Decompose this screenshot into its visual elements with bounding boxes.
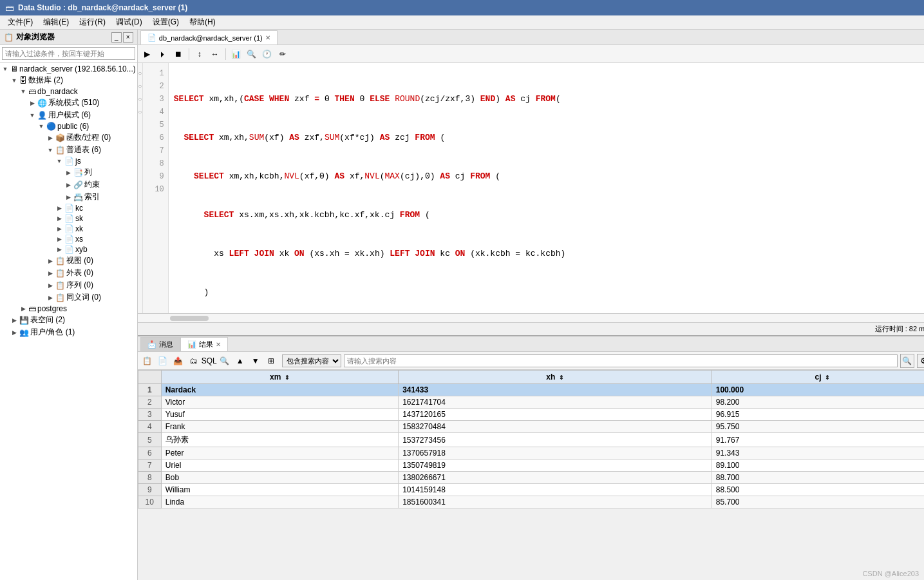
tree-node-xs[interactable]: ▶ 📄 xs	[1, 234, 136, 244]
toggle-kc[interactable]: ▶	[55, 204, 63, 212]
sql-editor[interactable]: ○ ○ ○ ○ 1 2 3 4 5 6	[138, 63, 924, 313]
results-table-wrap[interactable]: xm ⇕ xh ⇕ cj ⇕	[138, 370, 924, 580]
results-sql-btn[interactable]: SQL	[202, 354, 216, 368]
toggle-constraints[interactable]: ▶	[64, 181, 72, 189]
toggle-roles[interactable]: ▶	[10, 329, 18, 336]
toggle-functions[interactable]: ▶	[46, 134, 54, 142]
search-content-input[interactable]	[344, 354, 898, 367]
object-search-input[interactable]	[2, 47, 135, 60]
toggle-columns[interactable]: ▶	[64, 169, 72, 177]
panel-close-btn[interactable]: ×	[123, 32, 133, 43]
table-row[interactable]: 5 乌孙素 1537273456 91.767	[138, 433, 924, 447]
tree-node-server[interactable]: ▼ 🖥 nardack_server (192.168.56.10...)	[1, 64, 136, 74]
tree-node-public[interactable]: ▼ 🔵 public (6)	[1, 121, 136, 131]
sql-text-area[interactable]: SELECT xm,xh,(CASE WHEN zxf = 0 THEN 0 E…	[169, 63, 924, 313]
toggle-foreign-tables[interactable]: ▶	[46, 269, 54, 277]
editor-tab-main[interactable]: 📄 db_nardack@nardack_server (1) ✕	[140, 30, 278, 44]
toggle-databases[interactable]: ▼	[10, 77, 18, 84]
toggle-indexes[interactable]: ▶	[64, 193, 72, 201]
format-btn[interactable]: ↕	[193, 47, 207, 61]
toggle-views[interactable]: ▶	[46, 257, 54, 265]
toggle-xk[interactable]: ▶	[55, 225, 63, 233]
search-filter-select[interactable]: 包含搜索内容精确匹配正则表达式	[282, 354, 341, 367]
toggle-sequences[interactable]: ▶	[46, 282, 54, 289]
table-row[interactable]: 8 Bob 1380266671 88.700	[138, 472, 924, 484]
analyze-btn[interactable]: 🔍	[245, 47, 259, 61]
table-row[interactable]: 10 Linda 1851600341 85.700	[138, 496, 924, 508]
toggle-db[interactable]: ▼	[19, 88, 27, 95]
results-table-btn[interactable]: ⊞	[264, 354, 278, 368]
tree-node-views[interactable]: ▶ 📋 视图 (0)	[1, 255, 136, 267]
toggle-user-schemas[interactable]: ▼	[28, 111, 36, 119]
menu-debug[interactable]: 调试(D)	[111, 15, 147, 29]
toggle-synonyms[interactable]: ▶	[46, 294, 54, 302]
tree-node-indexes[interactable]: ▶ 📇 索引	[1, 191, 136, 203]
results-copy-btn[interactable]: 📋	[140, 354, 155, 368]
tree-node-functions[interactable]: ▶ 📦 函数/过程 (0)	[1, 131, 136, 144]
menu-help[interactable]: 帮助(H)	[184, 15, 221, 29]
editor-hscroll[interactable]	[138, 313, 924, 322]
tree-node-xyb[interactable]: ▶ 📄 xyb	[1, 244, 136, 255]
toggle-xs[interactable]: ▶	[55, 235, 63, 243]
toggle-public[interactable]: ▼	[37, 122, 45, 130]
results-close-btn[interactable]: ✕	[216, 341, 221, 348]
results-search-btn[interactable]: 🔍	[218, 354, 232, 368]
stop-btn[interactable]: ⏹	[171, 47, 185, 61]
th-cj[interactable]: cj ⇕	[712, 371, 924, 384]
run-current-btn[interactable]: ⏵	[156, 47, 170, 61]
run-btn[interactable]: ▶	[140, 47, 155, 61]
tree-node-tables[interactable]: ▼ 📋 普通表 (6)	[1, 144, 136, 156]
table-row[interactable]: 7 Uriel 1350749819 89.100	[138, 459, 924, 472]
toggle-js[interactable]: ▼	[55, 157, 63, 165]
panel-minimize-btn[interactable]: _	[111, 32, 122, 43]
tree-node-system-schemas[interactable]: ▶ 🌐 系统模式 (510)	[1, 97, 136, 109]
tree-node-columns[interactable]: ▶ 📑 列	[1, 166, 136, 179]
toggle-sk[interactable]: ▶	[55, 215, 63, 222]
table-row[interactable]: 1 Nardack 341433 100.000	[138, 384, 924, 396]
tree-node-js[interactable]: ▼ 📄 js	[1, 156, 136, 166]
tree-node-foreign-tables[interactable]: ▶ 📋 外表 (0)	[1, 267, 136, 279]
results-down-btn[interactable]: ▼	[249, 354, 263, 368]
toggle-server[interactable]: ▼	[1, 65, 9, 73]
hscroll-thumb[interactable]	[170, 316, 209, 321]
toggle-postgres[interactable]: ▶	[19, 305, 27, 313]
tree-node-databases[interactable]: ▼ 🗄 数据库 (2)	[1, 74, 136, 86]
tree-node-db[interactable]: ▼ 🗃 db_nardack	[1, 86, 136, 97]
toggle-tables[interactable]: ▼	[46, 146, 54, 154]
tree-node-constraints[interactable]: ▶ 🔗 约束	[1, 179, 136, 191]
menu-file[interactable]: 文件(F)	[3, 15, 38, 29]
format2-btn[interactable]: ↔	[208, 47, 222, 61]
search-settings-btn[interactable]: ⚙	[917, 354, 924, 368]
tab-close-btn[interactable]: ✕	[265, 34, 270, 41]
table-row[interactable]: 2 Victor 1621741704 98.200	[138, 396, 924, 409]
menu-settings[interactable]: 设置(G)	[147, 15, 184, 29]
tab-results[interactable]: 📊 结果 ✕	[180, 337, 228, 351]
table-row[interactable]: 3 Yusuf 1437120165 96.915	[138, 409, 924, 421]
tab-messages[interactable]: 📩 消息	[140, 337, 180, 351]
explain-btn[interactable]: 📊	[229, 47, 243, 61]
search-go-btn[interactable]: 🔍	[900, 354, 914, 368]
tree-node-synonyms[interactable]: ▶ 📋 同义词 (0)	[1, 291, 136, 304]
tree-node-user-schemas[interactable]: ▼ 👤 用户模式 (6)	[1, 109, 136, 121]
results-up-btn[interactable]: ▲	[233, 354, 247, 368]
edit-btn[interactable]: ✏	[276, 47, 290, 61]
toggle-tablespaces[interactable]: ▶	[10, 316, 18, 324]
tree-node-sequences[interactable]: ▶ 📋 序列 (0)	[1, 279, 136, 291]
tree-node-tablespaces[interactable]: ▶ 💾 表空间 (2)	[1, 314, 136, 326]
tree-node-kc[interactable]: ▶ 📄 kc	[1, 203, 136, 213]
toggle-system-schemas[interactable]: ▶	[28, 99, 36, 107]
table-row[interactable]: 4 Frank 1583270484 95.750	[138, 421, 924, 433]
tree-node-xk[interactable]: ▶ 📄 xk	[1, 224, 136, 234]
table-row[interactable]: 9 William 1014159148 88.500	[138, 484, 924, 496]
toggle-xyb[interactable]: ▶	[55, 246, 63, 253]
menu-edit[interactable]: 编辑(E)	[38, 15, 74, 29]
tree-node-roles[interactable]: ▶ 👥 用户/角色 (1)	[1, 326, 136, 338]
th-xh[interactable]: xh ⇕	[399, 371, 712, 384]
menu-run[interactable]: 运行(R)	[74, 15, 111, 29]
results-export-btn[interactable]: 📤	[171, 354, 185, 368]
tree-node-sk[interactable]: ▶ 📄 sk	[1, 213, 136, 224]
editor-scroll[interactable]: ○ ○ ○ ○ 1 2 3 4 5 6	[138, 63, 924, 313]
results-filter-btn[interactable]: 🗂	[187, 354, 201, 368]
results-copy2-btn[interactable]: 📄	[156, 354, 170, 368]
table-row[interactable]: 6 Peter 1370657918 91.343	[138, 447, 924, 459]
